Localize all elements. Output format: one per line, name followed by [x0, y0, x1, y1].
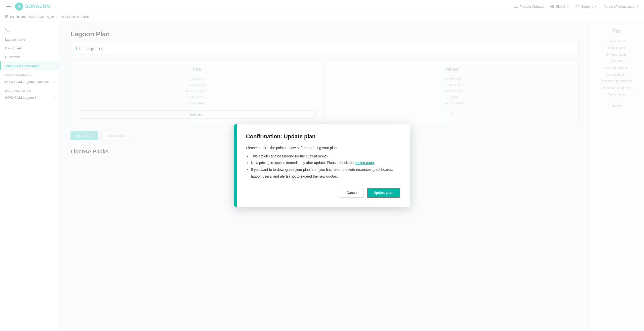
update-plan-confirm-button[interactable]: Update plan	[367, 188, 400, 198]
modal-point-1: This action can't be undone for the curr…	[251, 153, 400, 160]
confirmation-modal: Confirmation: Update plan Please confirm…	[234, 124, 410, 207]
cancel-button[interactable]: Cancel	[340, 188, 364, 198]
pricing-page-link[interactable]: pricing page	[355, 161, 374, 165]
modal-accent-bar	[234, 124, 237, 207]
modal-actions: Cancel Update plan	[246, 188, 400, 198]
modal-point-2: New pricing is applied immediately after…	[251, 159, 400, 166]
modal-title: Confirmation: Update plan	[246, 133, 400, 140]
modal-overlay: Confirmation: Update plan Please confirm…	[0, 0, 644, 331]
modal-points-list: This action can't be undone for the curr…	[246, 153, 400, 180]
modal-subtitle: Please confirm the points below before u…	[246, 146, 400, 150]
modal-point-3: If you want to to downgrade your plan la…	[251, 166, 400, 180]
